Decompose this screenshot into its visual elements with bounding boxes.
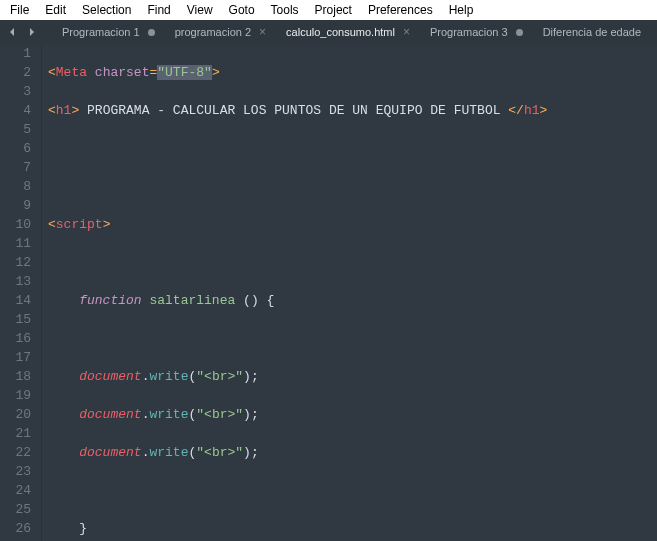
tab-label: Programacion 1 [62,26,140,38]
line-number: 24 [0,481,31,500]
code-area[interactable]: <Meta charset="UTF-8"> <h1> PROGRAMA - C… [42,44,657,541]
line-number: 22 [0,443,31,462]
line-number: 12 [0,253,31,272]
nav-back-icon[interactable] [6,25,20,39]
close-icon[interactable]: × [259,25,266,39]
menu-file[interactable]: File [2,1,37,19]
line-number: 21 [0,424,31,443]
line-number: 6 [0,139,31,158]
menu-help[interactable]: Help [441,1,482,19]
line-number: 2 [0,63,31,82]
tab-label: programacion 2 [175,26,251,38]
line-number: 19 [0,386,31,405]
tab-programacion-1[interactable]: Programacion 1 [52,20,165,44]
tab-calculo-consumo[interactable]: calculo_consumo.html × [276,20,420,44]
line-number: 5 [0,120,31,139]
menu-goto[interactable]: Goto [221,1,263,19]
menu-tools[interactable]: Tools [263,1,307,19]
line-number: 23 [0,462,31,481]
line-number: 14 [0,291,31,310]
tab-label: calculo_consumo.html [286,26,395,38]
line-number: 25 [0,500,31,519]
menu-edit[interactable]: Edit [37,1,74,19]
line-number: 1 [0,44,31,63]
line-number: 3 [0,82,31,101]
menu-bar: File Edit Selection Find View Goto Tools… [0,0,657,20]
tab-label: Programacion 3 [430,26,508,38]
line-number: 8 [0,177,31,196]
menu-selection[interactable]: Selection [74,1,139,19]
line-number: 18 [0,367,31,386]
line-number: 16 [0,329,31,348]
tab-bar: Programacion 1 programacion 2 × calculo_… [0,20,657,44]
line-number: 9 [0,196,31,215]
line-number: 7 [0,158,31,177]
line-number: 11 [0,234,31,253]
line-number: 20 [0,405,31,424]
tab-diferencia-edade[interactable]: Diferencia de edade [533,20,651,44]
tab-label: Diferencia de edade [543,26,641,38]
dirty-dot-icon [148,29,155,36]
menu-preferences[interactable]: Preferences [360,1,441,19]
nav-forward-icon[interactable] [24,25,38,39]
menu-find[interactable]: Find [139,1,178,19]
line-number: 26 [0,519,31,538]
menu-project[interactable]: Project [307,1,360,19]
tab-programacion-2[interactable]: programacion 2 × [165,20,276,44]
tab-programacion-3[interactable]: Programacion 3 [420,20,533,44]
code-editor[interactable]: 1 2 3 4 5 6 7 8 9 10 11 12 13 14 15 16 1… [0,44,657,541]
line-number: 4 [0,101,31,120]
line-number: 13 [0,272,31,291]
line-gutter: 1 2 3 4 5 6 7 8 9 10 11 12 13 14 15 16 1… [0,44,42,541]
dirty-dot-icon [516,29,523,36]
close-icon[interactable]: × [403,25,410,39]
line-number: 10 [0,215,31,234]
line-number: 17 [0,348,31,367]
line-number: 15 [0,310,31,329]
menu-view[interactable]: View [179,1,221,19]
